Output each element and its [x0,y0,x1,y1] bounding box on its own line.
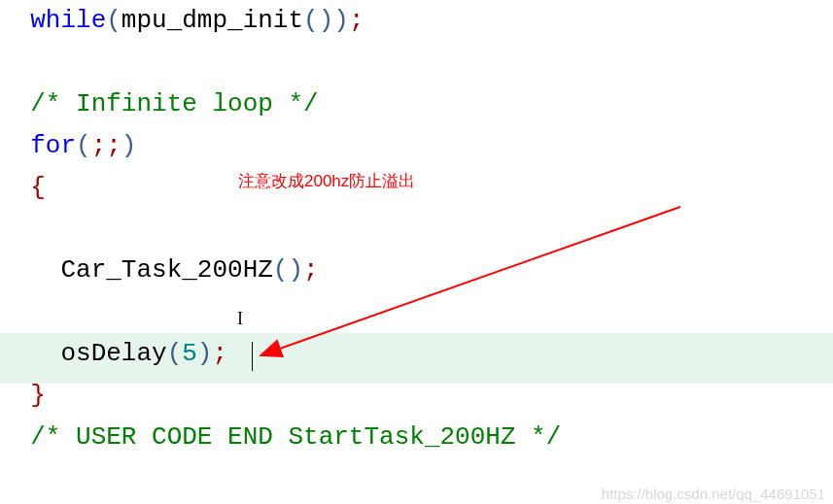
caret-icon [252,342,253,371]
watermark-text: https://blog.csdn.net/qq_44691051 [602,486,825,502]
code-line-9: osDelay(5); [0,339,227,368]
text-cursor-icon: I [237,309,243,329]
code-line-4: for(;;) [0,131,136,160]
code-line-1: while(mpu_dmp_init()); [0,6,364,35]
code-line-10: } [0,381,46,410]
code-line-11: /* USER CODE END StartTask_200HZ */ [0,422,561,452]
code-line-7: Car_Task_200HZ(); [0,255,319,285]
code-line-3: /* Infinite loop */ [0,89,319,118]
code-block: while(mpu_dmp_init()); /* Infinite loop … [0,0,833,458]
annotation-text: 注意改成200hz防止溢出 [238,170,415,192]
code-line-5: { [0,173,46,202]
